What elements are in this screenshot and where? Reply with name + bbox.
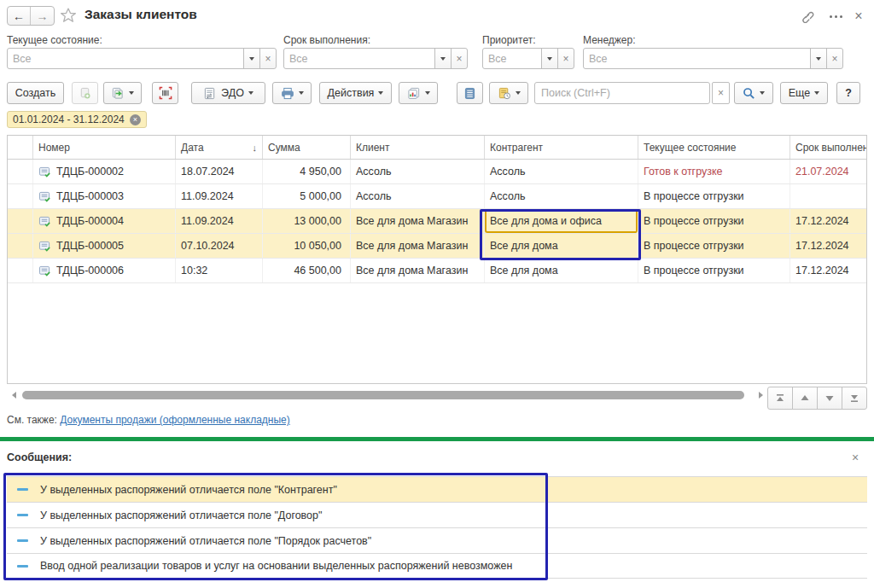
row-marker[interactable] xyxy=(8,184,33,208)
col-client[interactable]: Клиент xyxy=(351,136,485,159)
panel-splitter[interactable] xyxy=(0,437,874,441)
message-item[interactable]: Ввод одной реализации товаров и услуг на… xyxy=(7,553,867,579)
cell-number[interactable]: ТДЦБ-000002 xyxy=(33,160,176,183)
table-row[interactable]: ТДЦБ-00000411.09.202413 000,00Все для до… xyxy=(8,209,866,234)
print-button[interactable] xyxy=(272,82,312,104)
row-marker[interactable] xyxy=(8,160,33,183)
cell-sum[interactable]: 5 000,00 xyxy=(263,184,351,208)
filter-manager-input[interactable] xyxy=(583,48,811,69)
cell-contragent[interactable]: Все для дома xyxy=(485,259,638,282)
filter-priority-clear-icon[interactable]: × xyxy=(557,48,574,69)
cell-due[interactable]: 17.12.2024 xyxy=(790,259,866,282)
reports-button[interactable] xyxy=(399,82,438,104)
sales-documents-link[interactable]: Документы продажи (оформленные накладные… xyxy=(60,414,290,426)
filter-priority-input[interactable] xyxy=(482,48,542,69)
cell-state[interactable]: В процессе отгрузки xyxy=(638,184,790,208)
filter-state-dropdown-icon[interactable] xyxy=(243,48,260,69)
go-to-bottom-button[interactable] xyxy=(842,387,867,410)
cell-client[interactable]: Все для дома Магазин xyxy=(351,209,485,233)
cell-number[interactable]: ТДЦБ-000005 xyxy=(33,234,176,258)
cell-client[interactable]: Все для дома Магазин xyxy=(351,234,485,258)
forward-button[interactable]: → xyxy=(31,7,54,25)
cell-contragent[interactable]: Все для дома и офиса xyxy=(485,209,638,233)
col-contragent[interactable]: Контрагент xyxy=(485,136,638,159)
copy-button[interactable] xyxy=(72,82,98,104)
scrollbar-thumb[interactable] xyxy=(22,391,744,399)
search-clear-icon[interactable]: × xyxy=(712,82,730,104)
message-item[interactable]: У выделенных распоряжений отличается пол… xyxy=(7,476,867,502)
create-based-on-button[interactable] xyxy=(103,82,142,104)
table-row[interactable]: ТДЦБ-00000610:3246 500,00Все для дома Ма… xyxy=(8,259,866,283)
messages-close-icon[interactable]: × xyxy=(852,451,859,464)
cell-due[interactable] xyxy=(790,184,866,208)
cell-date[interactable]: 10:32 xyxy=(176,259,263,282)
create-button[interactable]: Создать xyxy=(7,82,64,104)
move-up-button[interactable] xyxy=(792,387,818,410)
col-due[interactable]: Срок выполнения xyxy=(790,136,866,159)
cell-client[interactable]: Ассоль xyxy=(351,184,485,208)
cell-state[interactable]: В процессе отгрузки xyxy=(638,209,790,233)
get-link-icon[interactable] xyxy=(799,9,814,24)
cell-due[interactable]: 17.12.2024 xyxy=(790,209,866,233)
cell-state[interactable]: В процессе отгрузки xyxy=(638,234,790,258)
filter-due-input[interactable] xyxy=(283,48,435,69)
cell-number[interactable]: ТДЦБ-000003 xyxy=(33,184,176,208)
period-filter-remove-icon[interactable]: × xyxy=(130,114,141,125)
cell-sum[interactable]: 46 500,00 xyxy=(263,259,351,282)
edo-button[interactable]: ЭДО xyxy=(191,82,265,104)
scan-barcode-button[interactable] xyxy=(152,82,178,104)
search-settings-button[interactable] xyxy=(734,82,773,104)
cell-sum[interactable]: 4 950,00 xyxy=(263,160,351,183)
cell-client[interactable]: Ассоль xyxy=(351,160,485,183)
message-item[interactable]: У выделенных распоряжений отличается пол… xyxy=(7,527,867,553)
cell-number[interactable]: ТДЦБ-000006 xyxy=(33,259,176,282)
cell-date[interactable]: 11.09.2024 xyxy=(176,184,263,208)
table-row[interactable]: ТДЦБ-00000311.09.20245 000,00АссольАссол… xyxy=(8,184,866,209)
col-sum[interactable]: Сумма xyxy=(263,136,351,159)
cell-due[interactable]: 17.12.2024 xyxy=(790,234,866,258)
filter-state-clear-icon[interactable]: × xyxy=(259,48,277,69)
more-menu-icon[interactable] xyxy=(828,9,843,24)
filter-priority-dropdown-icon[interactable] xyxy=(541,48,558,69)
cell-contragent[interactable]: Все для дома xyxy=(485,234,638,258)
row-marker[interactable] xyxy=(8,234,33,258)
row-marker[interactable] xyxy=(8,209,33,233)
go-to-top-button[interactable] xyxy=(767,387,793,410)
col-marker[interactable] xyxy=(8,136,33,159)
search-input[interactable] xyxy=(534,82,710,104)
filter-manager-clear-icon[interactable]: × xyxy=(826,48,843,69)
more-button[interactable]: Еще xyxy=(780,82,828,104)
cell-date[interactable]: 07.10.2024 xyxy=(176,234,263,258)
horizontal-scrollbar[interactable] xyxy=(7,390,763,400)
favorite-star-icon[interactable] xyxy=(60,7,77,26)
cell-date[interactable]: 18.07.2024 xyxy=(176,160,263,183)
cell-due[interactable]: 21.07.2024 xyxy=(790,160,866,183)
period-filter-chip[interactable]: 01.01.2024 - 31.12.2024 × xyxy=(7,111,147,128)
scroll-right-icon[interactable] xyxy=(759,392,763,399)
cell-client[interactable]: Все для дома Магазин xyxy=(351,259,485,282)
actions-button[interactable]: Действия xyxy=(319,82,392,104)
back-button[interactable]: ← xyxy=(8,7,31,25)
scroll-left-icon[interactable] xyxy=(12,392,16,399)
cell-date[interactable]: 11.09.2024 xyxy=(176,209,263,233)
message-item[interactable]: У выделенных распоряжений отличается пол… xyxy=(7,502,867,527)
col-state[interactable]: Текущее состояние xyxy=(638,136,790,159)
filter-manager-dropdown-icon[interactable] xyxy=(810,48,827,69)
table-row[interactable]: ТДЦБ-00000218.07.20244 950,00АссольАссол… xyxy=(8,160,866,184)
cell-state[interactable]: В процессе отгрузки xyxy=(638,259,790,282)
cell-sum[interactable]: 10 050,00 xyxy=(263,234,351,258)
list-settings-button[interactable] xyxy=(457,82,483,104)
filter-due-clear-icon[interactable]: × xyxy=(451,48,468,69)
row-marker[interactable] xyxy=(8,259,33,282)
filter-due-dropdown-icon[interactable] xyxy=(434,48,452,69)
close-window-icon[interactable]: × xyxy=(851,9,866,24)
move-down-button[interactable] xyxy=(817,387,842,410)
filter-state-input[interactable] xyxy=(7,48,244,69)
cell-sum[interactable]: 13 000,00 xyxy=(263,209,351,233)
col-number[interactable]: Номер xyxy=(33,136,176,159)
table-row[interactable]: ТДЦБ-00000507.10.202410 050,00Все для до… xyxy=(8,234,866,259)
deadlines-button[interactable] xyxy=(489,82,528,104)
help-button[interactable]: ? xyxy=(836,82,860,104)
cell-number[interactable]: ТДЦБ-000004 xyxy=(33,209,176,233)
col-date[interactable]: Дата↓ xyxy=(176,136,263,159)
